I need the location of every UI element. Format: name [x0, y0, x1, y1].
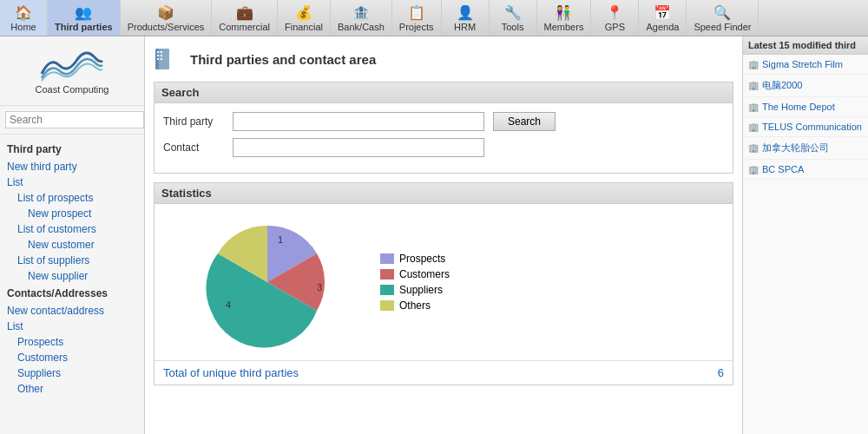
search-button[interactable]: Search: [493, 112, 556, 131]
sidebar-list-customers[interactable]: List of customers: [0, 221, 144, 237]
nav-gps[interactable]: 📍 GPS: [591, 0, 639, 36]
nav-tools[interactable]: 🔧 Tools: [490, 0, 537, 36]
home-icon: 🏠: [15, 4, 32, 21]
recent-item-icon-2: 🏢: [748, 102, 759, 112]
nav-hrm[interactable]: 👤 HRM: [442, 0, 490, 36]
recent-item-2[interactable]: 🏢 The Home Depot: [743, 97, 868, 117]
nav-home-label: Home: [10, 22, 36, 32]
nav-hrm-label: HRM: [454, 22, 476, 32]
nav-commercial[interactable]: 💼 Commercial: [212, 0, 278, 36]
legend-suppliers-color: [380, 285, 394, 295]
svg-rect-2: [157, 51, 159, 53]
nav-projects[interactable]: 📋 Projects: [392, 0, 442, 36]
recent-item-icon-5: 🏢: [748, 165, 759, 174]
nav-third-parties[interactable]: 👥 Third parties: [48, 0, 121, 36]
gps-icon: 📍: [606, 4, 623, 21]
nav-financial-label: Financial: [285, 22, 323, 32]
third-party-input[interactable]: [233, 112, 484, 131]
svg-rect-7: [161, 58, 162, 60]
statistics-section: Statistics 1 3 4: [154, 182, 733, 385]
sidebar-contacts-customers[interactable]: Customers: [0, 350, 144, 365]
recent-item-icon-0: 🏢: [748, 60, 759, 69]
speed-finder-icon: 🔍: [713, 4, 731, 21]
sidebar-search-input[interactable]: [5, 111, 144, 128]
right-panel-items: 🏢 Sigma Stretch Film 🏢 电脑2000 🏢 The Home…: [743, 55, 868, 180]
nav-speed-finder-label: Speed Finder: [694, 22, 751, 32]
svg-text:4: 4: [226, 299, 231, 310]
svg-text:1: 1: [278, 234, 283, 245]
contact-label: Contact: [163, 141, 233, 154]
page-title: Third parties and contact area: [190, 52, 376, 67]
legend-others-label: Others: [399, 299, 431, 312]
logo-svg: [37, 48, 107, 82]
right-panel-header: Latest 15 modified third: [743, 36, 868, 55]
sidebar-new-contact[interactable]: New contact/address: [0, 303, 144, 319]
legend-prospects-color: [380, 253, 394, 264]
statistics-header: Statistics: [155, 183, 733, 204]
recent-item-label-2: The Home Depot: [762, 102, 835, 112]
total-value: 6: [718, 366, 724, 379]
nav-commercial-label: Commercial: [219, 22, 270, 32]
commercial-icon: 💼: [236, 4, 253, 21]
nav-bank[interactable]: 🏦 Bank/Cash: [331, 0, 392, 36]
sidebar-new-supplier[interactable]: New supplier: [0, 268, 144, 284]
financial-icon: 💰: [295, 4, 312, 21]
legend-others-color: [380, 300, 394, 311]
sidebar: Coast Computing ▼ Third party New third …: [0, 36, 145, 434]
nav-financial[interactable]: 💰 Financial: [278, 0, 331, 36]
recent-item-1[interactable]: 🏢 电脑2000: [743, 75, 868, 97]
sidebar-section-contacts: Contacts/Addresses: [0, 284, 144, 303]
sidebar-contacts-suppliers[interactable]: Suppliers: [0, 365, 144, 381]
bank-icon: 🏦: [352, 4, 370, 21]
sidebar-contacts-other[interactable]: Other: [0, 381, 144, 397]
legend-suppliers: Suppliers: [380, 284, 450, 296]
sidebar-list[interactable]: List: [0, 174, 144, 190]
recent-item-3[interactable]: 🏢 TELUS Communication: [743, 117, 868, 137]
search-section-header: Search: [155, 82, 733, 103]
hrm-icon: 👤: [457, 4, 474, 21]
page-header-icon: [154, 45, 181, 73]
svg-rect-3: [157, 55, 159, 56]
svg-rect-1: [159, 49, 169, 69]
legend-prospects: Prospects: [380, 253, 450, 265]
legend-customers-color: [380, 269, 394, 279]
total-row: Total of unique third parties 6: [155, 360, 733, 385]
statistics-body: 1 3 4 Prospects Customers: [155, 204, 733, 360]
nav-tools-label: Tools: [502, 22, 524, 32]
nav-third-parties-label: Third parties: [55, 22, 113, 32]
sidebar-new-third-party[interactable]: New third party: [0, 159, 144, 174]
pie-chart: 1 3 4: [181, 213, 354, 352]
top-navigation: 🏠 Home 👥 Third parties 📦 Products/Servic…: [0, 0, 868, 36]
recent-item-4[interactable]: 🏢 加拿大轮胎公司: [743, 137, 868, 160]
sidebar-list-suppliers[interactable]: List of suppliers: [0, 253, 144, 268]
sidebar-new-prospect[interactable]: New prospect: [0, 206, 144, 221]
nav-home[interactable]: 🏠 Home: [0, 0, 48, 36]
nav-speed-finder[interactable]: 🔍 Speed Finder: [687, 0, 759, 36]
legend-others: Others: [380, 299, 450, 312]
nav-bank-label: Bank/Cash: [338, 22, 385, 32]
recent-item-icon-4: 🏢: [748, 143, 759, 153]
contact-row: Contact: [163, 138, 724, 157]
nav-products[interactable]: 📦 Products/Services: [121, 0, 213, 36]
agenda-icon: 📅: [654, 4, 671, 21]
logo-text: Coast Computing: [36, 84, 109, 95]
nav-gps-label: GPS: [605, 22, 625, 32]
sidebar-section-third-party: Third party: [0, 140, 144, 159]
pie-chart-svg: 1 3 4: [181, 213, 354, 352]
nav-agenda[interactable]: 📅 Agenda: [639, 0, 687, 36]
recent-item-icon-1: 🏢: [748, 81, 759, 90]
recent-item-0[interactable]: 🏢 Sigma Stretch Film: [743, 55, 868, 75]
svg-rect-4: [157, 58, 159, 60]
page-header: Third parties and contact area: [154, 45, 733, 73]
sidebar-new-customer[interactable]: New customer: [0, 237, 144, 253]
tools-icon: 🔧: [504, 4, 522, 21]
nav-members[interactable]: 👫 Members: [537, 0, 592, 36]
sidebar-contacts-prospects[interactable]: Prospects: [0, 334, 144, 350]
main-layout: Coast Computing ▼ Third party New third …: [0, 36, 868, 434]
recent-item-5[interactable]: 🏢 BC SPCA: [743, 160, 868, 180]
total-label: Total of unique third parties: [163, 366, 299, 379]
legend-suppliers-label: Suppliers: [399, 284, 443, 296]
sidebar-contacts-list[interactable]: List: [0, 319, 144, 334]
contact-input[interactable]: [233, 138, 484, 157]
sidebar-list-prospects[interactable]: List of prospects: [0, 190, 144, 206]
